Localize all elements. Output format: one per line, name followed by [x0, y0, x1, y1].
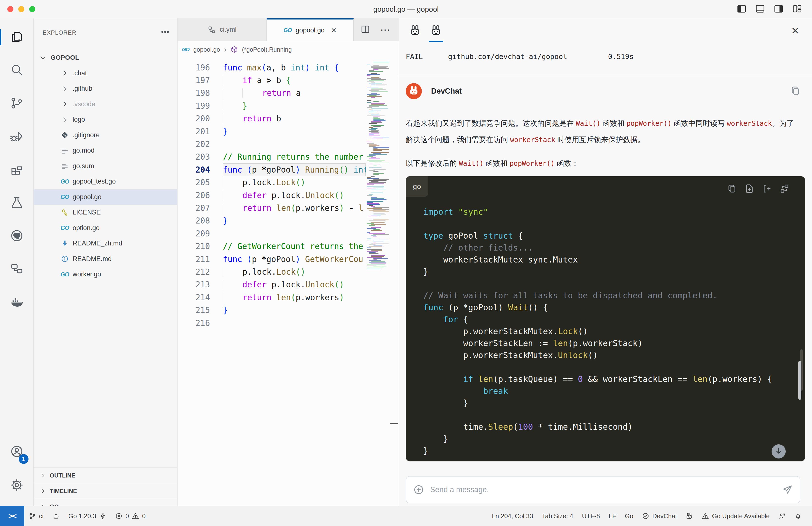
- explorer-item-go.mod[interactable]: go.mod: [34, 143, 177, 158]
- section-outline[interactable]: OUTLINE: [34, 468, 177, 483]
- code-block-line: [423, 278, 799, 289]
- code-line[interactable]: 200 return b: [177, 112, 366, 125]
- status-notifications[interactable]: [790, 506, 806, 526]
- activity-item-docker[interactable]: [0, 286, 33, 319]
- explorer-item-.gitignore[interactable]: .gitignore: [34, 127, 177, 143]
- add-context-icon[interactable]: [413, 484, 424, 495]
- code-line[interactable]: 207 return len(p.workers) - l: [177, 202, 366, 214]
- status-problems[interactable]: 00: [111, 506, 150, 526]
- code-line[interactable]: 201}: [177, 125, 366, 138]
- code-line[interactable]: 215}: [177, 304, 366, 316]
- explorer-item-logo[interactable]: logo: [34, 112, 177, 127]
- explorer-item-.github[interactable]: .github: [34, 81, 177, 97]
- toggle-panel-icon[interactable]: [755, 4, 765, 15]
- devchat-tab-1[interactable]: [408, 23, 422, 42]
- status-devchat-rabbit[interactable]: [681, 506, 697, 526]
- explorer-item-README_zh.md[interactable]: README_zh.md: [34, 236, 177, 251]
- status-language-mode[interactable]: Go: [621, 506, 638, 526]
- send-message-icon[interactable]: [782, 484, 793, 495]
- activity-item-search[interactable]: [0, 54, 33, 87]
- section-go[interactable]: GO: [34, 499, 177, 506]
- explorer-item-.vscode[interactable]: .vscode: [34, 97, 177, 112]
- explorer-item-gopool_test.go[interactable]: GOgopool_test.go: [34, 174, 177, 189]
- close-panel-icon[interactable]: ✕: [791, 25, 799, 36]
- explorer-actions-icon[interactable]: [160, 27, 170, 38]
- code-lines: 196func max(a, b int) int {197 if a > b …: [177, 61, 366, 329]
- status-remote-indicator[interactable]: ><: [0, 506, 24, 526]
- status-eol[interactable]: LF: [604, 506, 620, 526]
- apply-diff-icon[interactable]: [779, 184, 789, 195]
- activity-item-explorer[interactable]: [0, 21, 33, 54]
- breadcrumb-file[interactable]: gopool.go: [193, 46, 220, 53]
- status-encoding[interactable]: UTF-8: [578, 506, 605, 526]
- explorer-item-option.go[interactable]: GOoption.go: [34, 221, 177, 236]
- activity-item-devchat[interactable]: [0, 253, 33, 286]
- activity-item-testing[interactable]: [0, 186, 33, 219]
- explorer-item-go.sum[interactable]: go.sum: [34, 158, 177, 174]
- status-indentation[interactable]: Tab Size: 4: [537, 506, 578, 526]
- code-line[interactable]: 203// Running returns the number: [177, 151, 366, 163]
- status-devchat-status[interactable]: DevChat: [638, 506, 681, 526]
- activity-item-accounts[interactable]: 1: [0, 435, 33, 469]
- bolt-icon: [99, 512, 106, 520]
- status-git-branch[interactable]: ci: [24, 506, 48, 526]
- copy-message-icon[interactable]: [790, 85, 801, 97]
- code-block-content: import "sync" type goPool struct { // ot…: [423, 206, 799, 461]
- tab-gopool-go[interactable]: GO gopool.go ✕: [267, 18, 354, 41]
- status-go-version[interactable]: Go 1.20.3: [64, 506, 111, 526]
- code-line[interactable]: 198 return a: [177, 87, 366, 99]
- code-line[interactable]: 205 p.lock.Lock(): [177, 176, 366, 189]
- code-line[interactable]: 196func max(a, b int) int {: [177, 61, 366, 74]
- close-tab-icon[interactable]: ✕: [331, 26, 336, 34]
- activity-item-source-control[interactable]: [0, 87, 33, 120]
- tab-ci-yml[interactable]: ci.yml: [177, 18, 267, 41]
- explorer-item-README.md[interactable]: README.md: [34, 251, 177, 267]
- explorer-item-worker.go[interactable]: GOworker.go: [34, 267, 177, 282]
- chat-input[interactable]: Send a message.: [406, 476, 800, 503]
- devchat-tab-2[interactable]: [429, 23, 443, 42]
- activity-item-github[interactable]: [0, 219, 33, 253]
- code-line[interactable]: 214 return len(p.workers): [177, 291, 366, 304]
- status-cursor-position[interactable]: Ln 204, Col 33: [488, 506, 537, 526]
- inline-code: popWorker(): [626, 119, 671, 127]
- code-line[interactable]: 208}: [177, 214, 366, 227]
- insert-code-icon[interactable]: [762, 184, 772, 195]
- code-line[interactable]: 206 defer p.lock.Unlock(): [177, 189, 366, 202]
- code-line[interactable]: 204func (p *goPool) Running() int: [177, 163, 366, 176]
- explorer-item-GOPOOL[interactable]: GOPOOL: [34, 50, 177, 66]
- code-line[interactable]: 213 defer p.lock.Unlock(): [177, 278, 366, 291]
- explorer-item-.chat[interactable]: .chat: [34, 66, 177, 81]
- code-line[interactable]: 199 }: [177, 99, 366, 112]
- code-line[interactable]: 216: [177, 317, 366, 329]
- customize-layout-icon[interactable]: [792, 4, 802, 15]
- activity-item-settings[interactable]: [0, 469, 33, 502]
- split-editor-icon[interactable]: [360, 24, 371, 35]
- status-go-update[interactable]: Go Update Available: [697, 506, 774, 526]
- line-content: [223, 317, 366, 329]
- status-feedback[interactable]: [774, 506, 790, 526]
- activity-item-extensions[interactable]: [0, 153, 33, 186]
- explorer-item-gopool.go[interactable]: GOgopool.go: [34, 189, 177, 205]
- search-icon: [10, 63, 24, 78]
- toggle-primary-sidebar-icon[interactable]: [737, 4, 747, 15]
- minimap[interactable]: [366, 62, 389, 276]
- copy-code-icon[interactable]: [727, 184, 737, 195]
- explorer-title: EXPLORER: [43, 29, 76, 36]
- code-editor[interactable]: 196func max(a, b int) int {197 if a > b …: [177, 58, 399, 506]
- breadcrumb-symbol[interactable]: (*goPool).Running: [242, 46, 292, 53]
- save-to-file-icon[interactable]: [744, 184, 755, 195]
- status-publish-changes[interactable]: [48, 506, 64, 526]
- scroll-down-button[interactable]: [771, 444, 786, 458]
- activity-item-run-debug[interactable]: [0, 120, 33, 153]
- person-arrow-icon: [778, 512, 786, 520]
- panel-scrollbar[interactable]: [798, 361, 801, 400]
- code-line[interactable]: 211func (p *goPool) GetWorkerCou: [177, 253, 366, 266]
- explorer-item-LICENSE[interactable]: LICENSE: [34, 205, 177, 221]
- code-line[interactable]: 210// GetWorkerCount returns the: [177, 240, 366, 253]
- section-timeline[interactable]: TIMELINE: [34, 483, 177, 499]
- code-line[interactable]: 202: [177, 138, 366, 151]
- code-line[interactable]: 209: [177, 227, 366, 240]
- code-line[interactable]: 212 p.lock.Lock(): [177, 266, 366, 278]
- toggle-secondary-sidebar-icon[interactable]: [773, 4, 784, 15]
- code-line[interactable]: 197 if a > b {: [177, 74, 366, 87]
